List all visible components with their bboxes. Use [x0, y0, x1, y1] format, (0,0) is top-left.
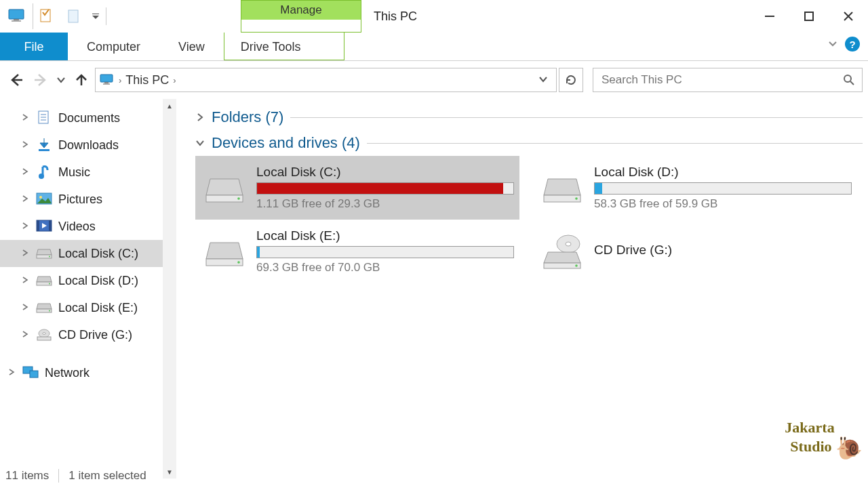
- breadcrumb-separator: ›: [173, 75, 176, 85]
- drive-cd-drive-g-[interactable]: CD Drive (G:): [533, 220, 857, 283]
- tree-item-local-disk-d-[interactable]: Local Disk (D:): [0, 267, 176, 294]
- tree-item-local-disk-c-[interactable]: Local Disk (C:): [0, 240, 176, 267]
- manage-label: Manage: [241, 1, 361, 20]
- tree-item-music[interactable]: Music: [0, 159, 176, 186]
- new-item-qat-icon[interactable]: [61, 3, 87, 29]
- tree-item-pictures[interactable]: Pictures: [0, 186, 176, 213]
- svg-rect-4: [68, 10, 78, 22]
- file-tab[interactable]: File: [0, 33, 68, 60]
- chevron-right-icon: [20, 195, 30, 204]
- watermark-logo: Jakarta Studio 🐌: [785, 421, 863, 454]
- svg-rect-37: [206, 195, 243, 202]
- hard-drive-icon: [201, 226, 251, 277]
- svg-rect-11: [104, 82, 108, 83]
- ribbon-tabs: File Computer View Drive Tools ?: [0, 33, 868, 61]
- drive-local-disk-e-[interactable]: Local Disk (E:)69.3 GB free of 70.0 GB: [195, 220, 519, 283]
- svg-point-42: [237, 261, 240, 264]
- drive-icon: [35, 245, 53, 262]
- address-dropdown[interactable]: [534, 75, 552, 86]
- tree-item-videos[interactable]: Videos: [0, 213, 176, 240]
- help-button[interactable]: ?: [845, 37, 860, 52]
- refresh-button[interactable]: [559, 68, 583, 92]
- tree-item-cd-drive-g-[interactable]: CD Drive (G:): [0, 321, 176, 348]
- group-folders[interactable]: Folders (7): [195, 104, 863, 130]
- svg-point-29: [49, 283, 50, 285]
- address-bar[interactable]: › This PC ›: [95, 68, 557, 92]
- manage-context-tab[interactable]: Manage: [241, 0, 361, 33]
- forward-button[interactable]: [30, 69, 52, 91]
- properties-qat-icon[interactable]: [33, 3, 58, 29]
- svg-point-13: [844, 75, 851, 82]
- tree-item-downloads[interactable]: Downloads: [0, 131, 176, 159]
- qat-separator: [106, 7, 106, 25]
- network-icon: [22, 365, 39, 381]
- drive-local-disk-c-[interactable]: Local Disk (C:)1.11 GB free of 29.3 GB: [195, 156, 519, 220]
- scroll-up-button[interactable]: ▲: [163, 99, 176, 113]
- doc-icon: [35, 110, 53, 126]
- breadcrumb-this-pc[interactable]: This PC: [125, 73, 169, 87]
- chevron-right-icon: [20, 113, 30, 123]
- svg-rect-45: [544, 263, 580, 268]
- svg-point-40: [575, 197, 578, 200]
- drive-icon: [35, 300, 53, 316]
- chevron-right-icon: [20, 167, 30, 177]
- chevron-right-icon: [20, 303, 30, 312]
- tree-item-label: Local Disk (C:): [58, 247, 138, 261]
- usage-bar: [594, 182, 852, 195]
- breadcrumb-separator: ›: [119, 75, 121, 85]
- title-bar: Manage This PC: [0, 0, 868, 33]
- drive-icon: [35, 272, 53, 289]
- sidebar-scrollbar[interactable]: ▲ ▼: [163, 99, 176, 479]
- svg-point-38: [237, 197, 240, 200]
- tree-item-local-disk-e-[interactable]: Local Disk (E:): [0, 294, 176, 321]
- back-button[interactable]: [5, 69, 27, 91]
- hard-drive-icon: [538, 163, 589, 213]
- chevron-right-icon: [20, 222, 30, 231]
- drive-local-disk-d-[interactable]: Local Disk (D:)58.3 GB free of 59.9 GB: [533, 156, 857, 220]
- svg-rect-25: [49, 220, 52, 231]
- group-folders-label: Folders (7): [212, 108, 283, 126]
- history-dropdown[interactable]: [54, 69, 68, 91]
- svg-rect-19: [39, 149, 50, 151]
- view-tab[interactable]: View: [159, 33, 224, 60]
- this-pc-icon[interactable]: [4, 3, 30, 29]
- svg-point-31: [49, 310, 50, 312]
- chevron-right-icon: [20, 249, 30, 258]
- collapse-ribbon-icon[interactable]: [827, 38, 838, 51]
- search-input[interactable]: [600, 73, 843, 87]
- close-button[interactable]: [829, 0, 868, 33]
- chevron-right-icon: [20, 330, 30, 340]
- download-icon: [35, 137, 53, 153]
- tree-item-label: Pictures: [58, 192, 102, 207]
- svg-rect-2: [12, 20, 21, 22]
- tree-item-network[interactable]: Network: [0, 359, 176, 386]
- drive-tools-tab[interactable]: Drive Tools: [224, 33, 344, 60]
- computer-tab[interactable]: Computer: [68, 33, 159, 60]
- group-drives[interactable]: Devices and drives (4): [195, 130, 863, 156]
- svg-rect-36: [30, 371, 38, 378]
- cd-icon: [35, 327, 53, 343]
- svg-rect-24: [37, 220, 39, 231]
- maximize-button[interactable]: [789, 0, 829, 33]
- usage-bar: [256, 182, 514, 195]
- up-button[interactable]: [71, 69, 92, 91]
- svg-point-27: [49, 256, 50, 258]
- qat-dropdown-icon[interactable]: [90, 3, 102, 29]
- window-title: This PC: [374, 9, 417, 24]
- cd-drive-icon: [538, 226, 589, 277]
- svg-point-46: [575, 264, 578, 267]
- svg-point-44: [566, 242, 571, 246]
- svg-rect-7: [805, 12, 813, 20]
- svg-rect-39: [544, 195, 580, 202]
- chevron-right-icon: [20, 140, 30, 150]
- drive-name: Local Disk (D:): [594, 165, 852, 180]
- tree-item-documents[interactable]: Documents: [0, 104, 176, 131]
- usage-bar: [256, 246, 514, 258]
- search-box[interactable]: [593, 68, 863, 92]
- tree-item-label: Downloads: [58, 138, 119, 152]
- svg-point-33: [43, 333, 45, 335]
- minimize-button[interactable]: [750, 0, 789, 33]
- chevron-right-icon: [195, 108, 205, 126]
- selection-count: 1 item selected: [68, 469, 146, 483]
- tree-item-label: Local Disk (D:): [58, 274, 138, 288]
